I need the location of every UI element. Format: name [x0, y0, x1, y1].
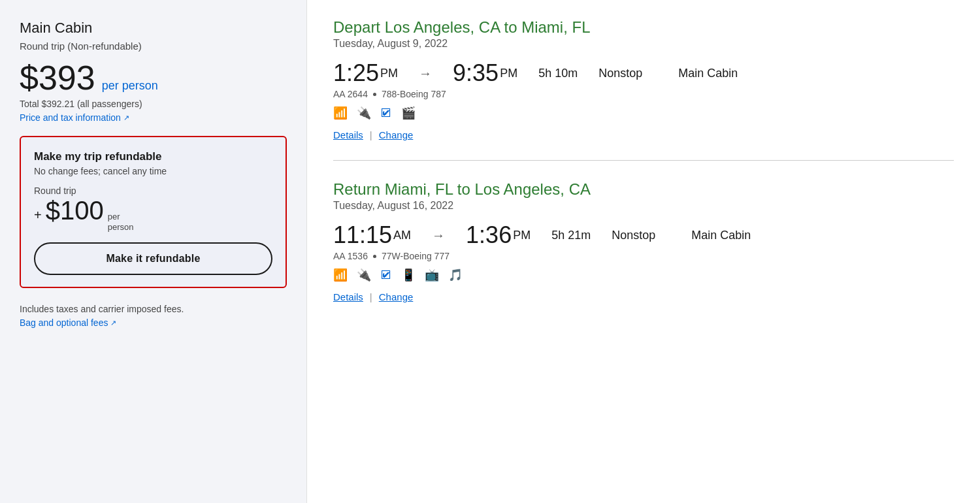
- return-section: Return Miami, FL to Los Angeles, CA Tues…: [333, 160, 954, 302]
- return-mobile-icon: 📱: [401, 268, 416, 282]
- return-header: Return Miami, FL to Los Angeles, CA Tues…: [333, 180, 954, 212]
- return-flight-number: AA 1536: [333, 251, 368, 261]
- depart-date: Tuesday, August 9, 2022: [333, 38, 954, 50]
- refundable-price-row: + $100 perperson: [34, 197, 272, 232]
- depart-amenities: 📶 🔌 🗹 🎬: [333, 106, 954, 120]
- depart-flight-number: AA 2644: [333, 89, 368, 99]
- return-amenities: 📶 🔌 🗹 📱 📺 🎵: [333, 268, 954, 282]
- return-power-icon: 🔌: [357, 268, 371, 282]
- arrow-icon: →: [419, 66, 432, 81]
- return-separator: [373, 255, 376, 258]
- separator: [373, 93, 376, 96]
- depart-duration: 5h 10m: [538, 67, 578, 80]
- make-refundable-button[interactable]: Make it refundable: [34, 242, 272, 275]
- wifi-icon: 📶: [333, 106, 348, 120]
- add-amount: $100: [46, 197, 104, 223]
- depart-links: Details | Change: [333, 129, 954, 140]
- return-arrow-icon: →: [432, 228, 445, 243]
- refundable-trip-label: Round trip: [34, 186, 272, 196]
- depart-route-text: Los Angeles, CA to Miami, FL: [385, 18, 591, 36]
- entertainment-icon: 🎬: [401, 106, 416, 120]
- price-tax-link[interactable]: Price and tax information ↗: [20, 112, 129, 123]
- return-aircraft: 77W-Boeing 777: [382, 251, 449, 261]
- price-row: $393 per person: [20, 61, 287, 95]
- return-change-link[interactable]: Change: [379, 291, 414, 302]
- refundable-subtitle: No change fees; cancel any time: [34, 166, 272, 176]
- depart-time: 1:25PM: [333, 61, 398, 85]
- return-music-icon: 🎵: [448, 268, 463, 282]
- return-cabin: Main Cabin: [691, 229, 751, 242]
- main-content: Depart Los Angeles, CA to Miami, FL Tues…: [307, 0, 980, 503]
- plus-sign: +: [34, 208, 42, 223]
- depart-nonstop: Nonstop: [598, 67, 657, 80]
- footer-text: Includes taxes and carrier imposed fees.: [20, 304, 287, 314]
- power-icon: 🔌: [357, 106, 371, 120]
- price-total: Total $392.21 (all passengers): [20, 99, 287, 109]
- return-usb-icon: 🗹: [380, 268, 392, 282]
- cabin-title: Main Cabin: [20, 20, 287, 37]
- return-nonstop: Nonstop: [612, 229, 670, 242]
- price-amount: $393: [20, 61, 95, 95]
- return-action: Return: [333, 180, 380, 198]
- price-per-person: per person: [102, 79, 158, 93]
- usb-icon: 🗹: [380, 106, 392, 120]
- bag-fees-link[interactable]: Bag and optional fees ↗: [20, 317, 116, 328]
- depart-info-row: AA 2644 788-Boeing 787: [333, 89, 954, 99]
- return-times-row: 11:15AM → 1:36PM 5h 21m Nonstop Main Cab…: [333, 223, 954, 247]
- bag-fees-external-icon: ↗: [110, 319, 116, 327]
- trip-type: Round trip (Non-refundable): [20, 41, 287, 52]
- return-duration: 5h 21m: [551, 229, 591, 242]
- return-info-row: AA 1536 77W-Boeing 777: [333, 251, 954, 261]
- depart-change-link[interactable]: Change: [379, 129, 414, 140]
- return-route-text: Miami, FL to Los Angeles, CA: [385, 180, 591, 198]
- depart-action: Depart: [333, 18, 380, 36]
- refundable-title: Make my trip refundable: [34, 150, 272, 163]
- depart-cabin: Main Cabin: [678, 67, 738, 80]
- refundable-per-person: perperson: [108, 212, 134, 232]
- external-link-icon: ↗: [123, 114, 129, 122]
- return-links: Details | Change: [333, 291, 954, 302]
- return-depart-time: 11:15AM: [333, 223, 411, 247]
- return-route: Return Miami, FL to Los Angeles, CA: [333, 180, 954, 199]
- return-details-link[interactable]: Details: [333, 291, 363, 302]
- arrive-time: 9:35PM: [453, 61, 517, 85]
- depart-route: Depart Los Angeles, CA to Miami, FL: [333, 18, 954, 37]
- return-date: Tuesday, August 16, 2022: [333, 200, 954, 212]
- depart-details-link[interactable]: Details: [333, 129, 363, 140]
- depart-aircraft: 788-Boeing 787: [382, 89, 446, 99]
- return-arrive-time: 1:36PM: [466, 223, 531, 247]
- return-tv-icon: 📺: [425, 268, 439, 282]
- depart-times-row: 1:25PM → 9:35PM 5h 10m Nonstop Main Cabi…: [333, 61, 954, 85]
- depart-section: Depart Los Angeles, CA to Miami, FL Tues…: [333, 18, 954, 140]
- link-separator: |: [370, 129, 372, 140]
- refundable-box: Make my trip refundable No change fees; …: [20, 136, 287, 288]
- sidebar: Main Cabin Round trip (Non-refundable) $…: [0, 0, 307, 503]
- depart-header: Depart Los Angeles, CA to Miami, FL Tues…: [333, 18, 954, 50]
- return-wifi-icon: 📶: [333, 268, 348, 282]
- return-link-separator: |: [370, 291, 372, 302]
